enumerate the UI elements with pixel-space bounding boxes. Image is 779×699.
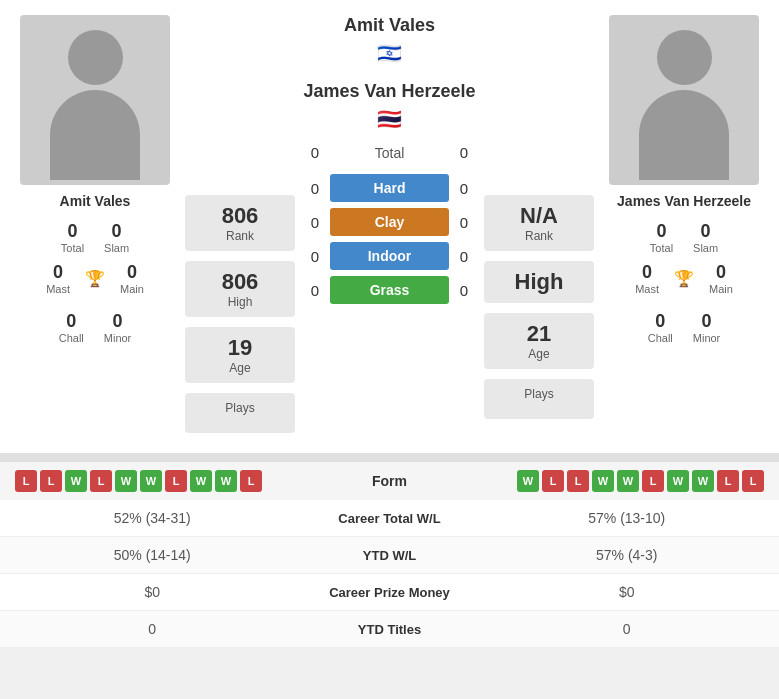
- total-label: Total: [330, 145, 449, 161]
- clay-surface-btn: Clay: [330, 208, 449, 236]
- form-badge-l: L: [240, 470, 262, 492]
- form-badge-w: W: [692, 470, 714, 492]
- p2-chall-stat: 0 Chall: [638, 307, 683, 348]
- p1-form-badges: LLWLWWLWWL: [15, 470, 262, 492]
- stat-label: Career Prize Money: [290, 585, 490, 600]
- stat-p2-val: 0: [490, 621, 765, 637]
- form-badge-w: W: [517, 470, 539, 492]
- stat-p1-val: 0: [15, 621, 290, 637]
- p1-plays-card: Plays: [185, 393, 295, 433]
- stat-label: YTD Titles: [290, 622, 490, 637]
- stat-p2-val: 57% (4-3): [490, 547, 765, 563]
- trophy2-icon: 🏆: [674, 269, 694, 288]
- hard-surface-btn: Hard: [330, 174, 449, 202]
- form-badge-l: L: [165, 470, 187, 492]
- player1-stats: 0 Total 0 Slam: [51, 217, 139, 258]
- stat-p1-val: $0: [15, 584, 290, 600]
- stat-p2-val: $0: [490, 584, 765, 600]
- p1-flag: 🇮🇱: [377, 41, 402, 65]
- stat-p2-val: 57% (13-10): [490, 510, 765, 526]
- trophy1-icon: 🏆: [85, 269, 105, 288]
- stats-row-1: 50% (14-14) YTD W/L 57% (4-3): [0, 537, 779, 574]
- p1-total-score: 0: [300, 144, 330, 161]
- main-container: Amit Vales 0 Total 0 Slam 0 Mast 🏆 0: [0, 0, 779, 648]
- form-badge-w: W: [115, 470, 137, 492]
- p1-slam-stat: 0 Slam: [94, 217, 139, 258]
- p2-clay-score: 0: [449, 214, 479, 231]
- total-score-row: 0 Total 0: [300, 144, 479, 161]
- avatar1-body: [50, 90, 140, 180]
- stats-row-0: 52% (34-31) Career Total W/L 57% (13-10): [0, 500, 779, 537]
- player1-avatar: [20, 15, 170, 185]
- p1-minor-stat: 0 Minor: [94, 307, 142, 348]
- player2-card: James Van Herzeele 0 Total 0 Slam 0 Mast…: [599, 15, 769, 438]
- form-badge-w: W: [65, 470, 87, 492]
- p2-slam-stat: 0 Slam: [683, 217, 728, 258]
- p2-high-card: High: [484, 261, 594, 303]
- hard-score-row: 0 Hard 0: [300, 174, 479, 202]
- player1-middle-stats: 806 Rank 806 High 19 Age Plays: [180, 15, 300, 438]
- player1-name: Amit Vales: [60, 193, 131, 209]
- p1-high-card: 806 High: [185, 261, 295, 317]
- form-badge-w: W: [140, 470, 162, 492]
- form-label: Form: [262, 473, 517, 489]
- form-badge-l: L: [542, 470, 564, 492]
- avatar2-head: [657, 30, 712, 85]
- indoor-surface-btn: Indoor: [330, 242, 449, 270]
- p1-name-top: Amit Vales: [344, 15, 435, 36]
- p2-hard-score: 0: [449, 180, 479, 197]
- avatar2-body: [639, 90, 729, 180]
- form-badge-w: W: [617, 470, 639, 492]
- form-badge-w: W: [215, 470, 237, 492]
- form-badge-l: L: [90, 470, 112, 492]
- indoor-score-row: 0 Indoor 0: [300, 242, 479, 270]
- form-badge-w: W: [592, 470, 614, 492]
- player-section: Amit Vales 0 Total 0 Slam 0 Mast 🏆 0: [0, 0, 779, 453]
- p2-rank-card: N/A Rank: [484, 195, 594, 251]
- player2-name: James Van Herzeele: [617, 193, 751, 209]
- p1-hard-score: 0: [300, 180, 330, 197]
- stat-label: YTD W/L: [290, 548, 490, 563]
- form-badge-w: W: [190, 470, 212, 492]
- p1-grass-score: 0: [300, 282, 330, 299]
- form-badge-l: L: [717, 470, 739, 492]
- p1-trophy-row: 0 Mast 🏆 0 Main: [36, 258, 154, 299]
- stats-row-2: $0 Career Prize Money $0: [0, 574, 779, 611]
- p1-age-card: 19 Age: [185, 327, 295, 383]
- p2-plays-card: Plays: [484, 379, 594, 419]
- player2-avatar: [609, 15, 759, 185]
- p1-indoor-score: 0: [300, 248, 330, 265]
- p2-minor-stat: 0 Minor: [683, 307, 731, 348]
- center-scores: Amit Vales 🇮🇱James Van Herzeele🇹🇭 0 Tota…: [300, 15, 479, 438]
- p2-indoor-score: 0: [449, 248, 479, 265]
- stat-p1-val: 50% (14-14): [15, 547, 290, 563]
- clay-score-row: 0 Clay 0: [300, 208, 479, 236]
- p2-form-badges: WLLWWLWWLL: [517, 470, 764, 492]
- form-badge-w: W: [667, 470, 689, 492]
- player2-stats: 0 Total 0 Slam: [640, 217, 728, 258]
- avatar1-head: [68, 30, 123, 85]
- p2-flag: 🇹🇭: [377, 107, 402, 131]
- p2-mast-stat: 0 Mast: [625, 258, 669, 299]
- p2-chall-row: 0 Chall 0 Minor: [638, 307, 731, 348]
- form-badge-l: L: [567, 470, 589, 492]
- stats-rows: 52% (34-31) Career Total W/L 57% (13-10)…: [0, 500, 779, 648]
- section-divider: [0, 453, 779, 461]
- form-badge-l: L: [742, 470, 764, 492]
- p1-chall-stat: 0 Chall: [49, 307, 94, 348]
- p2-age-card: 21 Age: [484, 313, 594, 369]
- p2-total-stat: 0 Total: [640, 217, 683, 258]
- stat-label: Career Total W/L: [290, 511, 490, 526]
- stats-row-3: 0 YTD Titles 0: [0, 611, 779, 648]
- form-badge-l: L: [40, 470, 62, 492]
- grass-score-row: 0 Grass 0: [300, 276, 479, 304]
- p2-name-top: James Van Herzeele: [303, 81, 475, 102]
- p1-chall-row: 0 Chall 0 Minor: [49, 307, 142, 348]
- p1-rank-card: 806 Rank: [185, 195, 295, 251]
- p1-total-stat: 0 Total: [51, 217, 94, 258]
- form-badge-l: L: [642, 470, 664, 492]
- p2-grass-score: 0: [449, 282, 479, 299]
- p2-total-score: 0: [449, 144, 479, 161]
- p2-main-stat: 0 Main: [699, 258, 743, 299]
- p2-trophy-row: 0 Mast 🏆 0 Main: [625, 258, 743, 299]
